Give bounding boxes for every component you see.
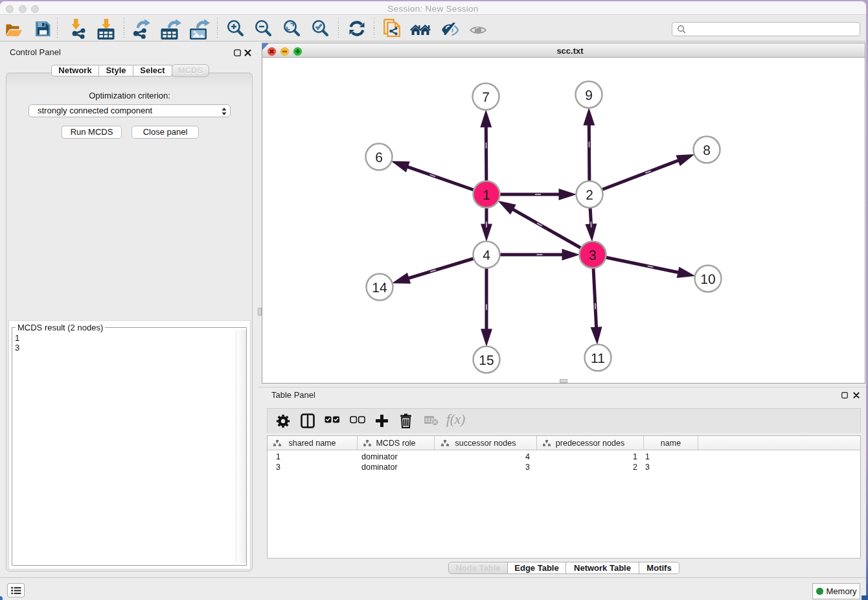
svg-text:11: 11 [591, 351, 605, 366]
svg-text:6: 6 [375, 150, 383, 165]
svg-text:14: 14 [372, 281, 387, 295]
svg-text:9: 9 [585, 88, 593, 103]
svg-text:2: 2 [586, 188, 593, 203]
svg-text:10: 10 [700, 272, 715, 287]
svg-text:4: 4 [483, 248, 490, 263]
svg-text:3: 3 [589, 248, 597, 263]
svg-text:8: 8 [703, 143, 711, 158]
svg-text:15: 15 [479, 353, 494, 368]
svg-text:1: 1 [483, 188, 490, 203]
svg-text:7: 7 [482, 90, 490, 105]
